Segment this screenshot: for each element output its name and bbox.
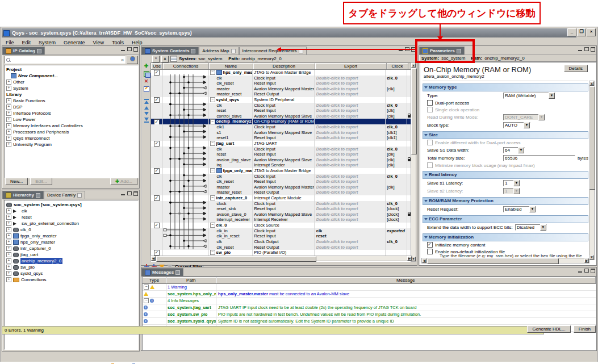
generate-hdl-button[interactable]: Generate HDL... <box>527 325 570 333</box>
expand-icon[interactable]: + <box>6 123 11 128</box>
column-header-export[interactable]: Export <box>315 63 387 69</box>
export-cell[interactable]: Double-click to export <box>315 239 386 245</box>
collapse-icon[interactable]: − <box>210 70 215 75</box>
detach-icon[interactable] <box>36 193 40 198</box>
use-checkbox[interactable]: ✓ <box>154 97 160 103</box>
hierarchy-item-intr_capturer_0[interactable]: +intr_capturer_0 <box>6 245 138 252</box>
use-checkbox[interactable]: ✓ <box>154 250 160 256</box>
message-row-5[interactable]: isoc_system.sysid_qsysSystem ID is not a… <box>143 318 596 325</box>
dropdown-extend-the-data-width-to-support-ecc-bit[interactable]: Disabled▼ <box>515 224 547 231</box>
dropdown-read-during-write-mode-[interactable]: DONT_CARE▼ <box>503 114 545 120</box>
float-icon[interactable] <box>127 47 132 51</box>
checkbox-minimize-memory-block-usage-may-impact-f[interactable] <box>427 162 433 168</box>
checkbox-initialize-memory-content[interactable]: ✓ <box>427 242 433 248</box>
float-icon[interactable] <box>584 47 589 51</box>
minimize-icon[interactable] <box>121 191 126 195</box>
move-top-icon[interactable] <box>144 99 149 104</box>
use-checkbox[interactable]: ✓ <box>154 141 160 147</box>
detach-icon[interactable] <box>191 49 195 53</box>
collapse-button[interactable]: × <box>152 56 160 62</box>
export-cell[interactable]: Double-click to export <box>315 135 386 141</box>
move-up-button[interactable]: ▲ <box>161 56 169 62</box>
tab-device-family[interactable]: Device Family <box>44 191 85 199</box>
finish-button[interactable]: Finish <box>574 325 596 333</box>
details-button[interactable]: Details <box>564 65 588 72</box>
edit-button[interactable]: Edit... <box>30 178 52 185</box>
parameters-hscrollbar[interactable]: ◀ ▶ <box>421 258 589 263</box>
use-checkbox[interactable]: ✓ <box>154 223 160 228</box>
collapse-icon[interactable]: − <box>210 223 215 228</box>
menu-view[interactable]: View <box>89 39 108 46</box>
section-header-ecc-parameter[interactable]: ECC Parameter <box>423 215 588 223</box>
collapse-icon[interactable]: − <box>210 168 215 173</box>
export-cell[interactable]: Double-click to export <box>315 130 386 136</box>
message-row-3[interactable]: isoc_system.jtag_uartJTAG UART IP input … <box>143 304 596 311</box>
expand-icon[interactable]: + <box>6 86 11 91</box>
move-down-icon[interactable] <box>144 112 149 115</box>
tab-ip-catalog[interactable]: IP Catalog <box>2 47 45 55</box>
hierarchy-item-clk_0[interactable]: +clk_0 <box>6 227 138 233</box>
tab-system-contents[interactable]: System Contents <box>141 47 199 55</box>
maximize-icon[interactable] <box>591 269 595 273</box>
expand-icon[interactable]: + <box>6 215 11 220</box>
expand-icon[interactable]: + <box>6 142 11 147</box>
hierarchy-item-fpga_only_master[interactable]: +fpga_only_master <box>6 233 138 239</box>
minimize-icon[interactable] <box>121 47 126 51</box>
export-cell[interactable]: Double-click to export <box>315 179 386 185</box>
detach-icon[interactable] <box>175 270 180 275</box>
expand-icon[interactable]: + <box>6 240 11 245</box>
column-header-message[interactable]: Message <box>216 277 596 283</box>
column-header-use[interactable]: Use <box>151 63 163 69</box>
expand-icon[interactable]: + <box>6 104 11 110</box>
move-bottom-icon[interactable] <box>144 118 149 123</box>
hierarchy-item-jtag_uart[interactable]: +jtag_uart <box>6 252 138 258</box>
export-cell[interactable]: Double-click to export <box>315 114 386 119</box>
export-cell[interactable]: Double-click to export <box>315 76 386 81</box>
checkbox-dual-port-access[interactable] <box>427 100 433 106</box>
expand-icon[interactable]: + <box>6 80 11 85</box>
collapse-icon[interactable]: − <box>144 284 149 290</box>
use-checkbox[interactable]: ✓ <box>154 119 160 125</box>
menu-tools[interactable]: Tools <box>108 39 128 46</box>
search-input[interactable]: × <box>5 56 126 64</box>
expand-icon[interactable]: + <box>6 221 11 226</box>
export-cell[interactable]: Double-click to export <box>315 103 386 108</box>
expand-icon[interactable]: + <box>6 258 11 263</box>
vertical-scrollbar[interactable]: ▲ ▼ <box>411 62 416 262</box>
export-cell[interactable]: Double-click to export <box>315 86 386 92</box>
column-header-name[interactable]: Name <box>209 63 253 69</box>
export-cell[interactable] <box>315 70 386 76</box>
export-cell[interactable]: reset <box>315 233 386 239</box>
export-cell[interactable]: Double-click to export <box>315 81 386 86</box>
export-cell[interactable] <box>315 97 386 103</box>
new-button[interactable]: New... <box>5 178 28 185</box>
message-row-4[interactable]: isoc_system.sw_pioPIO inputs are not har… <box>143 311 596 318</box>
ip-group-memory-interfaces-and-controllers[interactable]: +Memory Interfaces and Controllers <box>6 123 138 129</box>
message-row-1[interactable]: soc_system.hps_only_masterhps_only_maste… <box>143 291 596 298</box>
maximize-icon[interactable] <box>591 47 595 51</box>
menu-edit[interactable]: Edit <box>18 39 35 46</box>
move-up-icon[interactable] <box>144 106 149 110</box>
collapse-icon[interactable]: − <box>210 195 215 200</box>
dropdown-type-[interactable]: RAM (Writable)▼ <box>503 93 555 99</box>
restore-button[interactable]: ❐ <box>577 28 586 36</box>
checkbox-enable-different-width-for-dual-port-acc[interactable] <box>427 140 433 145</box>
export-cell[interactable]: Double-click to export <box>315 157 386 163</box>
ip-group-other[interactable]: +Other <box>6 79 138 85</box>
collapse-icon[interactable]: − <box>210 141 215 146</box>
connections-diagram[interactable] <box>162 69 208 260</box>
section-header-rom-ram-memory-protection[interactable]: ROM/RAM Memory Protection <box>423 197 588 205</box>
section-header-size[interactable]: Size <box>423 131 588 139</box>
title-bar[interactable]: Qsys - soc_system.qsys (C:¥altera_trn¥IS… <box>2 28 576 37</box>
add-component-icon[interactable]: ✚ <box>144 64 149 69</box>
dropdown-slave-s1-latency-[interactable]: 1▼ <box>503 180 520 186</box>
menu-generate[interactable]: Generate <box>60 39 89 46</box>
column-header-description[interactable]: Description <box>253 63 315 69</box>
export-cell[interactable] <box>315 168 386 174</box>
horizontal-scrollbar[interactable]: ◀ ▶ <box>150 256 412 261</box>
export-cell[interactable] <box>315 195 386 201</box>
export-cell[interactable]: Double-click to export <box>315 206 386 212</box>
add-button[interactable]: ✚ Add... <box>110 178 137 185</box>
column-header-path[interactable]: Path <box>166 277 216 283</box>
section-header-read-latency[interactable]: Read latency <box>423 171 588 179</box>
